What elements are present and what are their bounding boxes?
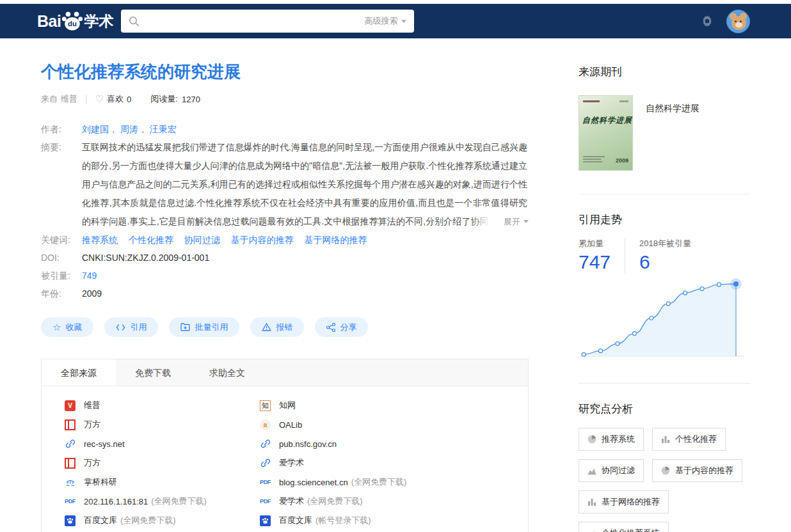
source-name: blog.sciencenet.cn [279,478,348,487]
advanced-search-toggle[interactable]: 高级搜索 [364,15,406,27]
research-point-label: 协同过滤 [602,465,635,476]
settings-gear-icon[interactable] [701,15,713,27]
keywords-label: 关键词: [41,231,82,249]
source-item-recsys[interactable]: rec-sys.net [65,434,260,453]
research-points-heading: 研究点分析 [579,402,750,416]
sources-tabbar: 全部来源 免费下载 求助全文 [42,359,528,386]
source-item-wenku[interactable]: 百度文库 (全网免费下载) [65,511,260,530]
expand-label: 展开 [504,212,520,231]
keyword-link[interactable]: 基于网络的推荐 [305,235,367,245]
keyword-link[interactable]: 协同过滤 [184,235,220,245]
source-note: (全网免费下载) [351,476,407,488]
weipu-icon: V [65,400,76,411]
source-name: 百度文库 [279,515,312,526]
source-note: (帐号登录下载) [316,515,371,526]
source-name: 爱学术 [279,496,304,507]
year-value: 2009 [82,285,102,302]
expand-abstract-button[interactable]: 展开 [470,212,529,231]
tab-free-download[interactable]: 免费下载 [116,359,190,386]
citation-stats: 累加量 747 2018年被引量 6 [579,238,750,273]
baidu-xueshu-logo[interactable]: Bai du 学术 [37,11,113,31]
source-name: 知网 [279,400,296,411]
author-link[interactable]: 汪秉宏 [150,124,177,134]
pdf-icon: PDF [65,496,76,507]
source-item-wanfang[interactable]: 万方 [65,415,260,434]
cumulative-value: 747 [579,251,611,273]
research-point-label: 基于内容的推荐 [675,465,733,476]
chevron-down-icon [523,220,529,223]
batch-cite-button[interactable]: 批量引用 [169,317,239,337]
cnki-icon: 知 [260,400,271,411]
research-point-button[interactable]: 个性化推荐 [652,428,726,451]
research-point-label: 个性化推荐 [675,434,717,445]
source-item-wanfang[interactable]: 万方 [65,453,260,473]
from-label: 来自 [41,93,58,105]
like-label[interactable]: 喜欢 [107,93,124,105]
source-item-wenku[interactable]: 百度文库 (帐号登录下载) [260,511,406,530]
report-error-button[interactable]: 报错 [250,317,304,337]
abstract-text: 互联网技术的迅猛发展把我们带进了信息爆炸的时代.海量信息的同时呈现,一方面使用户… [82,142,527,231]
share-label: 分享 [340,322,356,333]
from-source-link[interactable]: 维普 [61,93,77,105]
star-icon: ☆ [52,322,61,332]
doi-value: CNKI:SUN:ZKJZ.0.2009-01-001 [82,249,209,267]
source-item-aixueshu[interactable]: 爱学术 [260,453,406,473]
favorite-label: 收藏 [65,322,82,333]
source-item-nsfc[interactable]: pub.nsfc.gov.cn [260,434,406,453]
tab-all-sources[interactable]: 全部来源 [42,359,116,386]
source-item-sciencenet[interactable]: PDF blog.sciencenet.cn (全网免费下载) [260,473,406,492]
search-bar[interactable]: 高级搜索 [121,10,414,33]
research-point-button[interactable]: 个性化推荐系统 [579,522,669,532]
source-item-zhangqiao[interactable]: 掌桥科研 [65,473,260,492]
sidebar-divider [579,383,750,384]
journal-section-heading: 来源期刊 [579,65,750,79]
research-point-button[interactable]: 基于网络的推荐 [579,490,669,513]
avatar-art [740,20,742,22]
paper-meta-row: 来自 维普 | ♡ 喜欢 0 阅读量: 1270 [41,93,529,105]
sidebar-divider [579,194,750,194]
source-item-oalib[interactable]: a OALib [260,415,406,434]
keyword-link[interactable]: 基于内容的推荐 [231,235,294,245]
research-point-button[interactable]: 协同过滤 [579,459,644,482]
keyword-link[interactable]: 个性化推荐 [129,235,173,245]
source-name: 爱学术 [279,457,304,469]
search-input[interactable] [145,16,364,26]
source-item-pdf-host[interactable]: PDF 202.116.1.161:81 (全网免费下载) [65,492,260,511]
share-button[interactable]: 分享 [315,317,368,337]
source-name: 百度文库 [84,515,117,526]
share-nodes-icon [326,323,335,332]
avatar-art [735,22,742,27]
favorite-button[interactable]: ☆ 收藏 [41,317,93,337]
alert-triangle-icon [262,323,271,331]
research-point-button[interactable]: 基于内容的推荐 [652,459,742,482]
author-link[interactable]: 周涛 [120,124,147,134]
research-point-button[interactable]: 推荐系统 [579,428,644,451]
source-name: 掌桥科研 [84,476,117,488]
tab-request-fulltext[interactable]: 求助全文 [190,359,264,386]
meta-divider: | [85,94,88,104]
baidu-wenku-icon [65,515,76,526]
author-link[interactable]: 刘建国 [82,124,118,134]
year-label: 年份: [41,285,82,302]
journal-name-link[interactable]: 自然科学进展 [646,103,699,171]
cited-by-link[interactable]: 749 [82,267,97,285]
doi-row: DOI: CNKI:SUN:ZKJZ.0.2009-01-001 [41,249,529,267]
journal-cover[interactable]: 自然科学进展 2009 [579,95,633,171]
advanced-search-label: 高级搜索 [364,15,397,27]
source-item-cnki[interactable]: 知 知网 [260,396,406,415]
heart-icon[interactable]: ♡ [95,93,104,105]
source-name: 202.116.1.161:81 [84,497,148,506]
source-note: (全网免费下载) [151,496,207,507]
reads-value: 1270 [182,95,200,104]
cited-row: 被引量: 749 [41,267,529,285]
source-item-aixueshu-pdf[interactable]: PDF 爱学术 (全网免费下载) [260,492,406,511]
source-name: pub.nsfc.gov.cn [279,439,337,449]
cite-button[interactable]: 引用 [104,317,158,337]
citation-trend-chart[interactable] [579,273,746,364]
user-avatar[interactable] [726,10,750,33]
research-point-label: 基于网络的推荐 [602,496,660,508]
source-item-weipu[interactable]: V 维普 [65,396,260,415]
authors-label: 作者: [41,120,82,138]
source-note: (全网免费下载) [307,496,363,507]
keyword-link[interactable]: 推荐系统 [82,235,118,245]
